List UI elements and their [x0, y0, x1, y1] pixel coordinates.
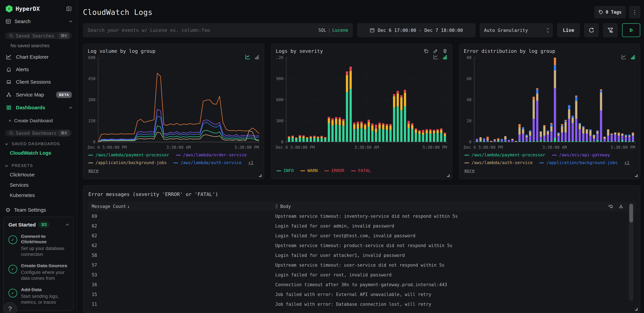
legend-item[interactable]: /aws/lambda/order-service [176, 151, 247, 159]
filter-button[interactable] [603, 23, 618, 37]
saved-dashboards-input[interactable]: Saved Dashboards ⌘K [5, 130, 72, 137]
granularity-select[interactable]: Auto Granularity [480, 23, 553, 37]
chevron-down-icon [5, 164, 8, 167]
run-query-button[interactable] [622, 23, 640, 37]
sidebar-item-kubernetes[interactable]: Kubernetes [0, 190, 77, 200]
search-icon [9, 33, 14, 38]
sidebar-item-client-sessions[interactable]: Client Sessions [0, 76, 77, 88]
legend-item[interactable]: /aws/lambda/auth-service [464, 159, 532, 167]
table-row[interactable]: 16Connection timeout after 30s to paymen… [88, 280, 636, 290]
edit-icon[interactable] [433, 49, 438, 54]
legend-item[interactable]: INFO [276, 167, 294, 174]
saved-searches-input[interactable]: Saved Searches ⌘K [5, 32, 72, 39]
svg-text:600: 600 [88, 56, 96, 60]
panel-resize-handle[interactable] [447, 174, 450, 177]
get-started-item[interactable]: ✓Create Data SourcesConfigure where your… [8, 263, 68, 281]
sidebar: ⚡ HyperDX Search Saved Searches ⌘K No sa… [0, 0, 77, 313]
body-cell: Upstream service timeout: product-servic… [275, 243, 636, 248]
get-started-item[interactable]: ✓Connect to ClickHouseSet up your databa… [8, 234, 68, 257]
event-search-input[interactable]: Search your events w/ Lucene ex. column:… [83, 23, 353, 37]
scrollbar-thumb[interactable] [629, 204, 633, 222]
duplicate-icon[interactable] [424, 49, 428, 54]
delete-icon[interactable] [442, 49, 448, 54]
svg-text:5:30:00 PM: 5:30:00 PM [235, 145, 259, 150]
logo-row: ⚡ HyperDX [0, 0, 77, 12]
search-section-label: Search [14, 18, 30, 24]
log-volume-chart[interactable]: 6004503001500Dec 6 5:00:00 PM3:30:00 AM5… [88, 56, 260, 150]
legend-item[interactable]: /application/background-jobs [88, 159, 166, 167]
sidebar-item-team-settings[interactable]: ⚙ Team Settings [0, 200, 77, 217]
column-header-message-count[interactable]: Message Count ↓ [88, 204, 275, 209]
wrap-lines-icon[interactable] [608, 204, 613, 209]
sidebar-collapse-icon[interactable] [66, 6, 72, 12]
table-row[interactable]: 53Login failed for user root, invalid pa… [88, 270, 636, 280]
legend-item[interactable]: ERROR [324, 167, 344, 174]
legend-item[interactable]: WARN [300, 167, 318, 174]
table-row[interactable]: 69Upstream service timeout: inventory-se… [88, 211, 636, 221]
shortcut-badge: ⌘K [58, 130, 70, 137]
legend-item[interactable]: /aws/lambda/auth-service [173, 159, 242, 167]
app-logo[interactable]: ⚡ HyperDX [6, 5, 40, 12]
saved-dashboards-placeholder: Saved Dashboards [16, 131, 56, 136]
bar-view-toggle[interactable] [630, 55, 636, 60]
sidebar-item-search[interactable]: Search [0, 12, 77, 28]
refresh-button[interactable] [584, 23, 599, 37]
sidebar-item-chart-explorer[interactable]: Chart Explorer [0, 51, 77, 63]
table-row[interactable]: 62Upstream service timeout: product-serv… [88, 241, 636, 250]
download-icon[interactable] [618, 204, 624, 209]
legend-label: INFO [284, 168, 294, 173]
legend-item[interactable]: FATAL [351, 167, 371, 174]
date-range-picker[interactable]: Dec 6 17:00:00 - Dec 7 18:00:00 [357, 23, 476, 37]
logs-by-severity-chart[interactable]: 1.2K9006003000Dec 6 5:00:00 PM3:30:00 AM… [276, 56, 448, 166]
more-menu-button[interactable]: ⋮ [629, 6, 640, 18]
sidebar-item-dashboards[interactable]: Dashboards [0, 101, 77, 114]
table-row[interactable]: 62Login failed for user test@test.com, i… [88, 231, 636, 241]
bar-view-toggle[interactable] [442, 55, 448, 60]
sidebar-item-cloudwatch-logs[interactable]: CloudWatch Logs [0, 148, 77, 158]
line-view-toggle[interactable] [245, 54, 251, 60]
query-language-toggle[interactable]: SQL|Lucene [318, 28, 348, 33]
legend-item[interactable]: /application/background-jobs [539, 159, 618, 167]
panel-resize-handle[interactable] [635, 174, 638, 177]
table-row[interactable]: 62Login failed for user admin, invalid p… [88, 221, 636, 231]
svg-text:Dec 6 5:00:00 PM: Dec 6 5:00:00 PM [464, 145, 503, 150]
legend-item[interactable]: /aws/ecs/api-gateway [552, 151, 610, 159]
team-settings-label: Team Settings [14, 207, 46, 213]
column-header-body[interactable]: Body [275, 204, 608, 209]
body-cell: Login failed for user root, invalid pass… [275, 272, 636, 277]
panel-resize-handle[interactable] [259, 174, 262, 177]
message-count-cell: 62 [88, 223, 275, 229]
table-scrollbar[interactable] [629, 203, 634, 301]
chevron-up-icon[interactable] [66, 224, 69, 227]
bar-view-toggle[interactable] [254, 55, 260, 60]
panel-resize-handle[interactable] [635, 308, 638, 311]
section-header[interactable]: PRESETS [0, 158, 77, 170]
laptop-icon [6, 79, 12, 85]
tags-button[interactable]: 0 Tags [594, 6, 626, 18]
charts-row: Log volume by log group 6004503001500Dec… [83, 44, 640, 179]
legend-label: /aws/lambda/payment-processor [472, 153, 545, 157]
line-view-toggle[interactable] [433, 54, 439, 60]
sidebar-item-clickhouse[interactable]: ClickHouse [0, 170, 77, 180]
create-dashboard-button[interactable]: + Create Dashboard [0, 114, 77, 125]
sidebar-item-alerts[interactable]: Alerts [0, 63, 77, 76]
step-title: Connect to ClickHouse [21, 234, 68, 245]
legend-label: /aws/lambda/order-service [183, 153, 247, 157]
table-row[interactable]: 11Job failed with error: Database connec… [88, 299, 636, 309]
sql-toggle[interactable]: SQL [318, 28, 326, 33]
drag-handle-icon[interactable] [275, 204, 278, 209]
table-row[interactable]: 58Login failed for user attacker1, inval… [88, 250, 636, 260]
table-row[interactable]: 57Upstream service timeout: user-service… [88, 260, 636, 270]
error-distribution-chart[interactable]: 806040200Dec 6 5:00:00 PM3:30:00 AM5:30:… [464, 56, 636, 150]
sidebar-item-services[interactable]: Services [0, 180, 77, 190]
table-row[interactable]: 15Job failed with error: External API un… [88, 290, 636, 299]
legend-item[interactable]: /aws/lambda/payment-processor [88, 151, 169, 159]
date-range-value: Dec 6 17:00:00 - Dec 7 18:00:00 [378, 28, 463, 33]
sidebar-item-service-map[interactable]: Service MapBETA [0, 88, 77, 101]
section-header[interactable]: SAVED DASHBOARDS [0, 137, 77, 148]
legend-item[interactable]: /aws/lambda/payment-processor [464, 151, 545, 159]
get-started-item[interactable]: ✓Add DataStart sending logs, metrics, or… [8, 287, 68, 305]
line-view-toggle[interactable] [621, 54, 627, 60]
live-button[interactable]: Live [557, 23, 580, 37]
lucene-toggle[interactable]: Lucene [332, 28, 348, 33]
